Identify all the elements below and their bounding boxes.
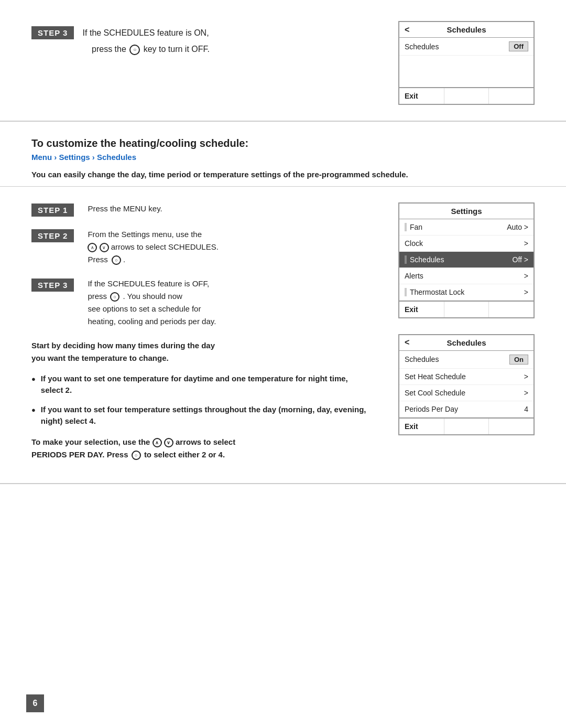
schedules-on-label: Schedules bbox=[405, 355, 509, 363]
selection-text-block: To make your selection, use the ∧ ∨ arro… bbox=[31, 436, 372, 461]
settings-btn2 bbox=[444, 302, 489, 317]
sel-text2: arrows to select bbox=[176, 437, 235, 446]
down-arrow-sel: ∨ bbox=[164, 438, 173, 447]
page-number-section: 6 bbox=[26, 694, 44, 712]
heading-breadcrumb: Menu › Settings › Schedules bbox=[31, 153, 535, 162]
periods-per-day-row: Periods Per Day 4 bbox=[399, 401, 534, 417]
settings-schedules-row: Schedules Off > bbox=[399, 252, 534, 268]
schedules-back-arrow[interactable]: < bbox=[405, 338, 409, 347]
settings-exit-btn[interactable]: Exit bbox=[399, 302, 444, 317]
step3-block: STEP 3 If the SCHEDULES feature is OFF, … bbox=[31, 277, 372, 328]
schedules-label: Schedules bbox=[410, 255, 513, 264]
heading-title: To customize the heating/cooling schedul… bbox=[31, 137, 535, 149]
set-cool-arrow: > bbox=[524, 389, 528, 397]
schedules-on-title: < Schedules bbox=[399, 335, 534, 351]
schedules-exit-btn[interactable]: Exit bbox=[399, 419, 444, 434]
breadcrumb-text: Menu › Settings › Schedules bbox=[31, 153, 136, 162]
step3-top-instruction: STEP 3 If the SCHEDULES feature is ON, p… bbox=[31, 21, 383, 55]
top-screen-schedules-label: Schedules bbox=[405, 42, 509, 51]
top-screen-btn2 bbox=[444, 88, 489, 104]
set-heat-row: Set Heat Schedule > bbox=[399, 369, 534, 385]
step3-line4: see options to set a schedule for bbox=[88, 304, 201, 313]
step1-text: Press the MENU key. bbox=[88, 204, 162, 213]
step1-content: Press the MENU key. bbox=[88, 202, 162, 215]
settings-fan-row: Fan Auto > bbox=[399, 219, 534, 235]
step3-line5: heating, cooling and periods per day. bbox=[88, 317, 216, 326]
thermostat-label: Thermostat Lock bbox=[410, 288, 521, 296]
settings-title-text: Settings bbox=[451, 207, 482, 216]
step3-line1: If the SCHEDULES feature is OFF, bbox=[88, 279, 209, 288]
settings-btn3 bbox=[489, 302, 534, 317]
step3-badge-wrap: STEP 3 bbox=[31, 279, 80, 292]
page: STEP 3 If the SCHEDULES feature is ON, p… bbox=[0, 0, 566, 728]
step2-block: STEP 2 From the Settings menu, use the ∧… bbox=[31, 228, 372, 266]
settings-screen-footer: Exit bbox=[399, 301, 534, 317]
clock-arrow: > bbox=[524, 239, 528, 248]
step3-badge: STEP 3 bbox=[31, 279, 74, 292]
step3-top-text2: press the bbox=[92, 45, 126, 53]
top-screen-btn3 bbox=[489, 88, 534, 104]
circle-icon-step2: ○ bbox=[112, 255, 121, 265]
periods-value: 4 bbox=[524, 405, 528, 413]
schedules-on-footer: Exit bbox=[399, 417, 534, 434]
top-section: STEP 3 If the SCHEDULES feature is ON, p… bbox=[0, 0, 566, 122]
settings-screen-title: Settings bbox=[399, 204, 534, 219]
step2-badge: STEP 2 bbox=[31, 229, 74, 242]
summary-block: Start by deciding how many times during … bbox=[31, 339, 372, 365]
settings-clock-row: Clock > bbox=[399, 235, 534, 252]
bullet-item-2: If you want to set four temperature sett… bbox=[31, 404, 372, 427]
main-section: STEP 1 Press the MENU key. STEP 2 From t… bbox=[0, 187, 566, 484]
bullet-item-1: If you want to set one temperature for d… bbox=[31, 373, 372, 397]
thermostat-arrow: > bbox=[524, 288, 528, 296]
back-arrow-icon[interactable]: < bbox=[405, 25, 409, 35]
set-heat-arrow: > bbox=[524, 372, 528, 381]
set-heat-label: Set Heat Schedule bbox=[405, 372, 521, 381]
step3-line2: press bbox=[88, 292, 107, 301]
step1-badge-wrap: STEP 1 bbox=[31, 204, 80, 217]
top-screen-exit-btn[interactable]: Exit bbox=[399, 88, 444, 104]
top-screen-spacer bbox=[399, 56, 534, 82]
step2-line3: Press bbox=[88, 255, 107, 264]
bullet-text-2: If you want to set four temperature sett… bbox=[41, 404, 372, 427]
step2-line2: arrows to select SCHEDULES. bbox=[111, 242, 219, 251]
step3-content: If the SCHEDULES feature is OFF, press ○… bbox=[88, 277, 216, 328]
bullet-text-1: If you want to set one temperature for d… bbox=[41, 373, 372, 397]
sel-text1: To make your selection, use the bbox=[31, 437, 150, 446]
fan-indicator bbox=[405, 223, 407, 231]
down-arrow-icon: ∨ bbox=[100, 243, 109, 252]
page-number-box: 6 bbox=[26, 694, 44, 712]
sel-text3: PERIODS PER DAY. Press bbox=[31, 450, 128, 459]
circle-sel: ○ bbox=[132, 451, 141, 460]
settings-screen: Settings Fan Auto > Clock > Schedules bbox=[398, 202, 535, 318]
steps-column: STEP 1 Press the MENU key. STEP 2 From t… bbox=[31, 187, 388, 483]
step1-badge: STEP 1 bbox=[31, 204, 74, 217]
settings-thermostat-row: Thermostat Lock > bbox=[399, 284, 534, 301]
sel-text4: to select either 2 or 4. bbox=[144, 450, 225, 459]
step2-content: From the Settings menu, use the ∧ ∨ arro… bbox=[88, 228, 218, 266]
step3-top-badge: STEP 3 bbox=[31, 26, 74, 39]
set-cool-label: Set Cool Schedule bbox=[405, 389, 521, 397]
summary-line1: Start by deciding how many times during … bbox=[31, 341, 215, 350]
thermo-indicator bbox=[405, 288, 407, 296]
step1-block: STEP 1 Press the MENU key. bbox=[31, 202, 372, 217]
bullet-list: If you want to set one temperature for d… bbox=[31, 373, 372, 427]
alerts-arrow: > bbox=[524, 272, 528, 280]
step3-top-line2: press the ○ key to turn it OFF. bbox=[31, 45, 383, 55]
fan-value: Auto > bbox=[507, 223, 528, 231]
step2-period: . bbox=[123, 255, 125, 264]
top-screen-title: < Schedules bbox=[399, 22, 534, 38]
step2-line1: From the Settings menu, use the bbox=[88, 230, 202, 239]
summary-line2: you want the temperature to change. bbox=[31, 354, 169, 362]
circle-icon-step3: ○ bbox=[110, 292, 119, 302]
schedules-on-screen: < Schedules Schedules On Set Heat Schedu… bbox=[398, 334, 535, 435]
step3-top-text1: If the SCHEDULES feature is ON, bbox=[83, 28, 209, 37]
screens-column: Settings Fan Auto > Clock > Schedules bbox=[388, 187, 535, 483]
top-screen-mockup: < Schedules Schedules Off Exit bbox=[398, 21, 535, 105]
schedules-on-title-text: Schedules bbox=[447, 338, 486, 347]
up-arrow-sel: ∧ bbox=[153, 438, 162, 447]
set-cool-row: Set Cool Schedule > bbox=[399, 385, 534, 401]
top-screen-title-text: Schedules bbox=[447, 25, 486, 34]
top-screen-schedules-value: Off bbox=[509, 41, 528, 51]
sched-indicator bbox=[405, 255, 407, 264]
fan-label: Fan bbox=[410, 223, 507, 231]
